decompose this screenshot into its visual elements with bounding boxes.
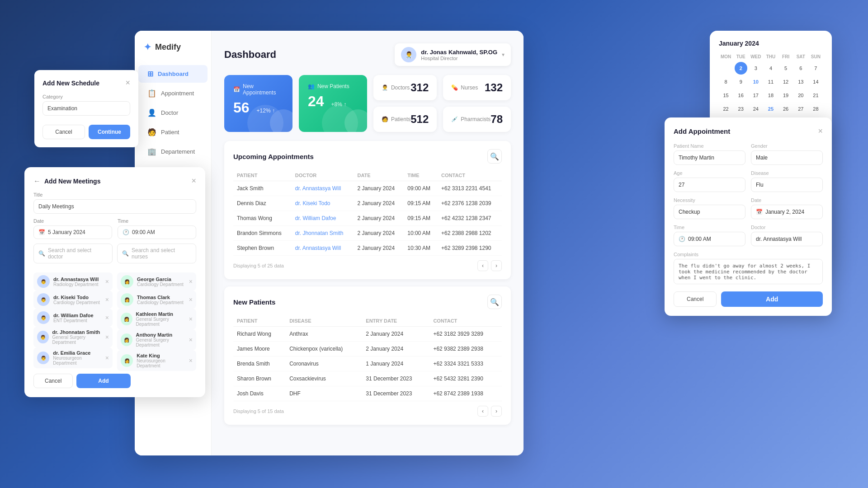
list-item: 👩 Thomas Clark Cardiology Department × <box>117 291 196 309</box>
calendar-day[interactable]: 5 <box>779 62 792 75</box>
remove-nurse-btn[interactable]: × <box>189 296 193 303</box>
meetings-title-input[interactable] <box>33 199 196 214</box>
calendar-day[interactable]: 27 <box>794 103 807 115</box>
calendar-day[interactable]: 25 <box>764 103 777 115</box>
calendar-day-header: SAT <box>794 52 808 61</box>
disease-input[interactable] <box>751 178 823 192</box>
np-cell-disease: DHF <box>286 386 362 401</box>
search-doctor-box[interactable]: 🔍 Search and select doctor <box>33 244 113 263</box>
remove-nurse-btn[interactable]: × <box>189 336 193 343</box>
sidebar-item-departement[interactable]: 🏢 Departement <box>138 143 208 160</box>
doctor-name: dr. Jhonnatan Smith <box>52 329 105 335</box>
prev-page-btn[interactable]: ‹ <box>477 260 488 271</box>
appt-cancel-btn[interactable]: Cancel <box>674 291 717 307</box>
calendar-day[interactable]: 2 <box>735 62 747 75</box>
doctor-appt-label: Doctor <box>751 225 823 230</box>
search-nurse-box[interactable]: 🔍 Search and select nurses <box>117 244 196 263</box>
meetings-cancel-btn[interactable]: Cancel <box>33 374 73 388</box>
meetings-add-btn[interactable]: Add <box>76 374 130 388</box>
date-input[interactable]: 📅 January 2, 2024 <box>751 205 823 219</box>
calendar-day[interactable]: 9 <box>735 75 747 88</box>
next-page-btn[interactable]: › <box>491 260 502 271</box>
necessity-select[interactable]: Checkup <box>674 205 745 219</box>
calendar-day[interactable]: 28 <box>809 103 822 115</box>
calendar-day[interactable]: 10 <box>750 75 762 88</box>
appt-add-btn[interactable]: Add <box>721 291 823 307</box>
calendar-day[interactable]: 15 <box>720 89 732 102</box>
schedule-modal-close[interactable]: × <box>125 78 130 88</box>
calendar-day[interactable]: 11 <box>764 75 777 88</box>
remove-doctor-btn[interactable]: × <box>105 354 109 361</box>
category-select[interactable]: Examination <box>42 101 130 116</box>
calendar-day[interactable]: 24 <box>750 103 762 115</box>
nurses-icon: 💊 <box>451 84 458 91</box>
meetings-close-btn[interactable]: × <box>191 176 196 186</box>
upcoming-title: Upcoming Appointments <box>233 153 314 160</box>
upcoming-appointments-card: Upcoming Appointments 🔍 Patient Doctor D… <box>224 141 511 279</box>
remove-doctor-btn[interactable]: × <box>105 278 109 285</box>
chevron-down-icon[interactable]: ▾ <box>502 52 505 58</box>
calendar-day[interactable]: 14 <box>809 75 822 88</box>
remove-nurse-btn[interactable]: × <box>189 315 193 323</box>
calendar-day[interactable]: 19 <box>779 89 792 102</box>
doctor-select[interactable]: dr. Annastasya Will <box>751 232 823 246</box>
patient-name-input[interactable] <box>674 150 745 165</box>
table-row: Thomas Wong dr. William Dafoe 2 January … <box>233 211 502 226</box>
patients-prev-btn[interactable]: ‹ <box>477 406 488 417</box>
calendar-day[interactable]: 22 <box>720 103 732 115</box>
user-name: dr. Jonas Kahnwald, SP.OG <box>421 49 497 56</box>
calendar-day[interactable]: 16 <box>735 89 747 102</box>
remove-doctor-btn[interactable]: × <box>105 296 109 303</box>
time-input[interactable]: 🕐 09:00 AM <box>674 232 745 246</box>
meetings-time-value[interactable]: 🕐 09:00 AM <box>118 225 196 239</box>
calendar-day[interactable]: 20 <box>794 89 807 102</box>
age-field: Age <box>674 170 745 192</box>
meetings-date-value[interactable]: 📅 5 January 2024 <box>33 225 112 239</box>
remove-doctor-btn[interactable]: × <box>105 333 109 341</box>
sidebar-item-doctor[interactable]: 👤 Doctor <box>138 104 208 122</box>
logo-icon: ✦ <box>144 42 151 52</box>
calendar-day[interactable]: 12 <box>779 75 792 88</box>
nurses-label: 💊 Nurses <box>451 84 478 91</box>
user-info[interactable]: 👨‍⚕️ dr. Jonas Kahnwald, SP.OG Hospital … <box>395 43 511 66</box>
calendar-day[interactable]: 6 <box>794 62 807 75</box>
complaints-input[interactable]: The flu didn't go away for almost 2 week… <box>674 259 823 284</box>
gender-label: Gender <box>751 143 823 149</box>
sidebar-item-patient[interactable]: 🧑 Patient <box>138 123 208 141</box>
cell-date: 2 January 2024 <box>354 181 404 196</box>
main-content: Dashboard 👨‍⚕️ dr. Jonas Kahnwald, SP.OG… <box>212 31 524 455</box>
calendar-day-header: WED <box>749 52 763 61</box>
calendar-day[interactable]: 8 <box>720 75 732 88</box>
meetings-back-btn[interactable]: ← <box>33 177 41 185</box>
calendar-day[interactable]: 7 <box>809 62 822 75</box>
patients-label: 👥 New Patients <box>308 83 358 89</box>
patients-next-btn[interactable]: › <box>491 406 502 417</box>
age-input[interactable] <box>674 178 745 192</box>
remove-nurse-btn[interactable]: × <box>189 278 193 285</box>
schedule-modal-header: Add New Schedule × <box>42 78 130 88</box>
calendar-day[interactable]: 17 <box>750 89 762 102</box>
calendar-day[interactable]: 3 <box>750 62 762 75</box>
appointment-close-btn[interactable]: × <box>818 127 823 136</box>
sidebar-item-appointment[interactable]: 📋 Appointment <box>138 84 208 102</box>
remove-doctor-btn[interactable]: × <box>105 314 109 321</box>
new-patients-header: New Patients 🔍 <box>233 295 502 309</box>
table-row: Richard Wong Anthrax 2 January 2024 +62 … <box>233 327 502 342</box>
calendar-day[interactable]: 26 <box>779 103 792 115</box>
upcoming-search-btn[interactable]: 🔍 <box>487 149 502 164</box>
gender-select[interactable]: Male Female <box>751 150 823 165</box>
patients-search-btn[interactable]: 🔍 <box>487 295 502 309</box>
calendar-day[interactable]: 4 <box>764 62 777 75</box>
calendar-day[interactable]: 13 <box>794 75 807 88</box>
schedule-continue-button[interactable]: Continue <box>89 125 130 139</box>
calendar-day[interactable]: 23 <box>735 103 747 115</box>
sidebar-item-dashboard[interactable]: ⊞ Dashboard <box>138 65 208 83</box>
schedule-cancel-button[interactable]: Cancel <box>42 125 85 139</box>
list-item: 👩 Kate King Neurosurgeon Department × <box>117 350 196 371</box>
table-row: Stephen Brown dr. Annastasya Will 2 Janu… <box>233 241 502 256</box>
white-stats-grid: 👨‍⚕️ Doctors 312 💊 Nurses 132 <box>373 75 511 132</box>
calendar-day[interactable]: 21 <box>809 89 822 102</box>
list-item: 👨 dr. Annastasya Will Radiology Departme… <box>33 272 113 291</box>
remove-nurse-btn[interactable]: × <box>189 357 193 364</box>
calendar-day[interactable]: 18 <box>764 89 777 102</box>
